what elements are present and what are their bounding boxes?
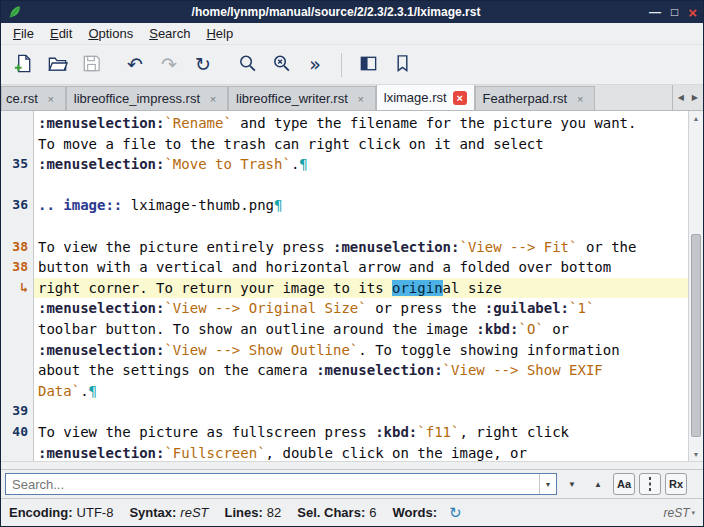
search-input[interactable] xyxy=(6,477,539,492)
inline-literal: `View --> Show Outline` xyxy=(164,342,358,358)
tab-close-icon[interactable]: × xyxy=(44,92,58,106)
inline-literal: `Rename` xyxy=(164,115,231,131)
plain-text: . xyxy=(80,383,88,399)
tab-lximage-rst[interactable]: lximage.rst× xyxy=(376,85,475,110)
redo-icon: ↷ xyxy=(161,55,177,74)
whole-word-button[interactable] xyxy=(639,473,661,495)
reload-icon: ↻ xyxy=(195,55,211,74)
tab-scroll-right-button[interactable]: ▶ xyxy=(689,91,701,104)
plain-text: button with a vertical and horizontal ar… xyxy=(38,259,611,275)
menu-search[interactable]: Search xyxy=(141,24,198,43)
status-syntax: Syntax:reST xyxy=(129,505,208,520)
editor-line[interactable]: :menuselection:`Move to Trash`.¶ xyxy=(34,154,688,175)
menu-bar: FileEditOptionsSearchHelp xyxy=(1,23,703,45)
line-number xyxy=(1,298,33,319)
editor-line[interactable]: toolbar button. To show an outline aroun… xyxy=(34,319,688,340)
search-history-dropdown[interactable]: ▾ xyxy=(539,474,556,494)
menu-file[interactable]: File xyxy=(5,24,42,43)
search-previous-button[interactable]: ▲ xyxy=(587,473,609,495)
syntax-token: :menuselection: xyxy=(38,445,164,461)
undo-icon: ↶ xyxy=(127,55,143,74)
search-bar: ▾ ▼▲AaRx xyxy=(1,469,703,498)
double-chevron-icon: » xyxy=(309,55,321,74)
line-number xyxy=(1,319,33,340)
scrollbar-track[interactable] xyxy=(689,125,703,447)
bookmark-button[interactable] xyxy=(386,49,418,81)
match-case-button[interactable]: Aa xyxy=(613,473,635,495)
tab-bar: ce.rst×libreoffice_impress.rst×libreoffi… xyxy=(1,85,703,111)
status-words: Words: xyxy=(392,505,441,520)
plain-text: To view the picture entirely press xyxy=(38,239,333,255)
editor-line[interactable]: right corner. To return your image to it… xyxy=(34,278,688,299)
overflow-button[interactable]: » xyxy=(299,49,331,81)
tab-close-icon[interactable]: × xyxy=(453,91,467,105)
search-next-button[interactable]: ▼ xyxy=(561,473,583,495)
editor-line[interactable] xyxy=(34,175,688,196)
status-items: Encoding:UTF-8Syntax:reSTLines:82Sel. Ch… xyxy=(9,505,441,520)
editor-line[interactable]: button with a vertical and horizontal ar… xyxy=(34,257,688,278)
chevron-down-icon: ▾ xyxy=(691,509,695,517)
window-controls: —□× xyxy=(649,5,697,20)
tab-featherpad-rst[interactable]: Featherpad.rst× xyxy=(475,86,596,110)
menu-help[interactable]: Help xyxy=(198,24,241,43)
editor-line[interactable]: To view the picture entirely press :menu… xyxy=(34,237,688,258)
editor-line[interactable]: :menuselection:`Rename` and type the fil… xyxy=(34,113,688,134)
editor-line[interactable] xyxy=(34,401,688,422)
tab-close-icon[interactable]: × xyxy=(206,92,220,106)
line-number xyxy=(1,360,33,381)
bookmark-icon xyxy=(392,53,413,77)
editor-line[interactable]: .. image:: lximage-thumb.png¶ xyxy=(34,195,688,216)
syntax-indicator[interactable]: reST ▾ xyxy=(663,506,695,520)
horizontal-scrollbar[interactable] xyxy=(1,461,703,469)
vertical-scrollbar[interactable]: ▲ ▼ xyxy=(688,111,703,461)
save-button xyxy=(75,49,107,81)
scroll-up-icon[interactable]: ▲ xyxy=(689,111,703,125)
editor-line[interactable]: :menuselection:`View --> Original Size` … xyxy=(34,298,688,319)
replace-button[interactable] xyxy=(265,49,297,81)
pilcrow-mark: ¶ xyxy=(299,156,307,172)
maximize-button[interactable]: □ xyxy=(671,6,678,18)
editor-line[interactable]: Data`.¶ xyxy=(34,381,688,402)
open-button[interactable] xyxy=(41,49,73,81)
plain-text: To move a file to the trash can right cl… xyxy=(38,136,544,152)
line-number xyxy=(1,381,33,402)
word-count-refresh-button[interactable]: ↻ xyxy=(449,505,462,520)
line-number: 38 xyxy=(1,257,33,278)
text-area[interactable]: :menuselection:`Rename` and type the fil… xyxy=(34,111,688,461)
line-number: ↳ xyxy=(1,278,33,299)
regex-button[interactable]: Rx xyxy=(665,473,687,495)
side-pane-button[interactable] xyxy=(352,49,384,81)
inline-literal: `View --> Fit` xyxy=(459,239,577,255)
editor[interactable]: 35363838↳3940 :menuselection:`Rename` an… xyxy=(1,111,703,469)
find-button[interactable] xyxy=(231,49,263,81)
scroll-down-icon[interactable]: ▼ xyxy=(689,447,703,461)
editor-line[interactable]: about the settings on the camera :menuse… xyxy=(34,360,688,381)
menu-options[interactable]: Options xyxy=(80,24,141,43)
plain-text: about the settings on the camera xyxy=(38,362,316,378)
tab-close-icon[interactable]: × xyxy=(354,92,368,106)
line-number: 40 xyxy=(1,422,33,443)
tab-label: libreoffice_writer.rst xyxy=(236,91,348,106)
tab-scroll-left-button[interactable]: ◀ xyxy=(675,91,687,104)
editor-line[interactable]: :menuselection:`Fullscreen`, double clic… xyxy=(34,443,688,462)
minimize-button[interactable]: — xyxy=(649,6,661,18)
plain-text: , right click xyxy=(459,424,569,440)
menu-edit[interactable]: Edit xyxy=(42,24,80,43)
new-document-button[interactable] xyxy=(7,49,39,81)
undo-button[interactable]: ↶ xyxy=(119,49,151,81)
syntax-token: :menuselection: xyxy=(316,362,442,378)
syntax-token: :guilabel: xyxy=(485,300,569,316)
close-button[interactable]: × xyxy=(688,5,697,20)
editor-line[interactable]: To move a file to the trash can right cl… xyxy=(34,134,688,155)
scrollbar-thumb[interactable] xyxy=(691,234,701,437)
editor-line[interactable]: To view the picture as fullscreen press … xyxy=(34,422,688,443)
tab-libreoffice_writer-rst[interactable]: libreoffice_writer.rst× xyxy=(228,86,376,110)
reload-button[interactable]: ↻ xyxy=(187,49,219,81)
tab-libreoffice_impress-rst[interactable]: libreoffice_impress.rst× xyxy=(66,86,228,110)
syntax-token: .. image:: xyxy=(38,197,122,213)
editor-line[interactable]: :menuselection:`View --> Show Outline`. … xyxy=(34,340,688,361)
editor-line[interactable] xyxy=(34,216,688,237)
tab-ce-rst[interactable]: ce.rst× xyxy=(1,86,66,110)
syntax-token: :menuselection: xyxy=(333,239,459,255)
tab-close-icon[interactable]: × xyxy=(573,92,587,106)
